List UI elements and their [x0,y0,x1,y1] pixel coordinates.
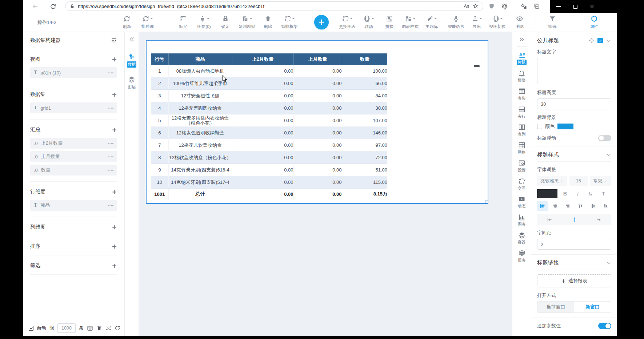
limit-input[interactable] [57,323,76,333]
font-weight-select[interactable]: 常规 [590,176,611,186]
center-vertical-button[interactable] [572,217,577,222]
close-button[interactable] [584,0,600,13]
add-filter-button[interactable] [112,263,117,269]
chevron-down-icon[interactable] [606,152,611,157]
strip-item-interaction[interactable]: 交互 [518,178,526,191]
more-icon[interactable] [108,205,113,206]
design-canvas[interactable]: 行号 商品 上2月数量 上月数量 数量 108版懒人虫自动扫地机0.000.00… [139,32,512,336]
read-aloud-icon[interactable] [463,3,469,9]
strip-item-table-header[interactable]: 表头 [518,88,526,101]
shuffle-icon[interactable] [105,325,111,331]
strip-item-settings[interactable]: 设置 [518,160,526,173]
bg-color-checkbox[interactable] [537,124,542,129]
maximize-button[interactable] [567,0,584,13]
font-size-select[interactable]: 15 [569,176,588,186]
tracking-shield-icon[interactable] [488,3,495,9]
strip-item-alert[interactable]: 预警 [518,70,526,83]
add-view-button[interactable] [112,57,117,62]
minimize-button[interactable] [550,0,567,13]
title-text-input[interactable] [537,58,611,83]
select-report-button[interactable]: 选择报表 [537,274,611,287]
splice-button[interactable]: 拼接 [385,15,394,29]
more-icon[interactable] [108,170,113,171]
refresh-button[interactable]: 刷新 [123,15,131,29]
extensions-icon[interactable] [501,3,508,9]
align-left-button[interactable] [537,201,548,211]
dataset-item[interactable]: T grid1 [30,102,117,113]
export-button[interactable]: 导出 [472,15,482,29]
title-float-toggle[interactable] [598,135,611,141]
summary-item[interactable]: .0 上2月数量 [30,138,117,149]
smart-frame-button[interactable]: 智能框架 [281,15,298,29]
browse-button[interactable]: 浏览 [516,15,524,29]
bg-color-swatch[interactable] [557,124,573,129]
align-middle-button[interactable] [588,201,599,211]
favorites-hub-icon[interactable] [520,3,527,9]
layers-button[interactable]: 图层(0) [197,15,211,29]
bold-button[interactable]: B [560,189,570,198]
table-widget[interactable]: 行号 商品 上2月数量 上月数量 数量 108版懒人虫自动扫地机0.000.00… [146,40,488,204]
more-icon[interactable] [108,143,113,144]
url-text[interactable]: https://ow.speedbi.cn/design?fdesign=tru… [78,4,460,9]
add-dataset-button[interactable] [112,92,117,97]
align-right-button[interactable] [563,201,573,211]
collapse-right-icon[interactable] [519,36,525,43]
lock-button[interactable]: 锁定 [221,15,230,29]
view-item[interactable]: T a81h (10) [30,67,117,78]
chevron-down-icon[interactable] [606,261,611,266]
add-summary-button[interactable] [112,127,117,133]
address-bar[interactable]: https://ow.speedbi.cn/design?fdesign=tru… [65,1,483,11]
smart-voice-button[interactable]: 智能语言 [448,15,464,29]
snap-right-button[interactable] [596,217,602,222]
add-sort-button[interactable] [112,244,117,249]
collections-icon[interactable] [533,3,540,9]
strip-item-grid[interactable]: 网格 [518,142,526,155]
reload-icon[interactable] [115,325,120,331]
add-component-button[interactable] [314,15,329,29]
strip-item-title[interactable]: 标题 [517,52,527,65]
copy-paste-button[interactable]: 复制粘贴 [239,15,255,29]
batch-button[interactable]: 批处理 [141,15,154,29]
add-row-dimension-button[interactable] [112,189,117,195]
favorite-add-icon[interactable] [472,3,479,9]
strip-item-container[interactable]: 容器 [518,231,526,245]
auto-checkbox[interactable] [29,326,33,331]
append-param-toggle[interactable] [598,323,611,329]
font-family-select[interactable]: 微软雅黑 [537,176,567,186]
align-center-button[interactable] [550,201,561,211]
align-top-button[interactable] [575,201,586,211]
more-icon[interactable] [108,108,113,109]
ruler-button[interactable]: 标尺 [179,15,188,29]
font-color-swatch[interactable] [537,189,557,198]
snap-left-button[interactable] [547,217,552,222]
linkage-button[interactable]: 联动 [364,15,374,29]
title-enabled-checkbox[interactable] [597,38,603,43]
more-icon[interactable] [108,156,113,157]
strip-item-table-col[interactable]: 表列 [518,124,526,137]
resize-handle[interactable] [485,201,488,204]
strip-item-table-row[interactable]: 表行 [518,106,526,119]
chart-style-button[interactable]: 图表样式 [402,15,419,29]
gear-icon[interactable] [589,38,594,43]
open-current-window-option[interactable]: 当前窗口 [537,302,574,312]
strikethrough-button[interactable] [598,189,608,198]
theme-library-button[interactable]: 主题库 [425,15,438,29]
properties-button[interactable]: 属性 [590,15,599,29]
chevron-down-icon[interactable] [606,38,611,43]
collapse-list-icon[interactable] [111,37,117,44]
summary-item[interactable]: .0 数量 [30,165,117,175]
align-bottom-button[interactable] [600,201,611,211]
collapse-left-icon[interactable] [129,36,135,43]
add-col-dimension-button[interactable] [112,225,117,230]
strip-item-report[interactable]: 报表 [518,250,526,263]
underline-button[interactable] [585,189,596,198]
filter-button[interactable]: 筛选 [548,15,557,29]
browser-reload-icon[interactable] [50,3,56,10]
summary-item[interactable]: .0 上月数量 [30,151,117,162]
tab-layer[interactable]: 图层 [127,76,136,90]
title-height-input[interactable] [537,98,611,109]
delete-button[interactable]: 删除 [264,15,272,29]
widget-scroll-thumb[interactable] [474,65,480,67]
strip-item-chart[interactable]: 图表 [518,214,526,227]
view-switch-button[interactable]: 视图切换 [489,15,506,29]
